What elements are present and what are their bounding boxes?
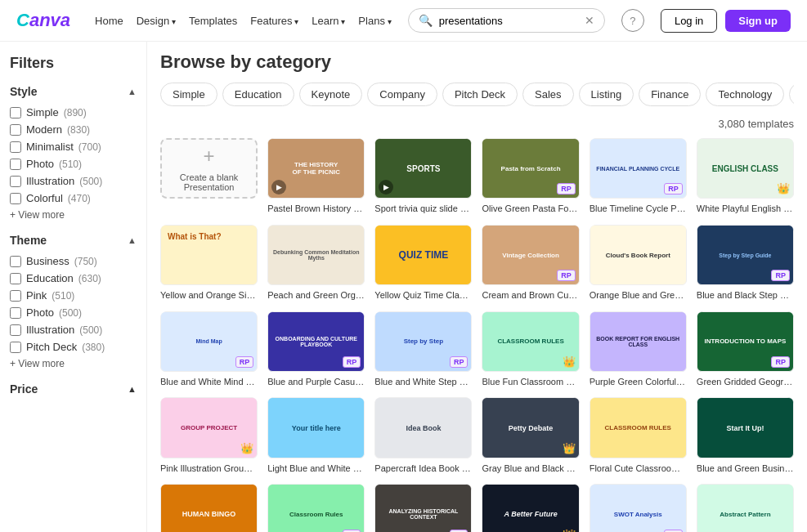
cat-tab-technology[interactable]: Technology [706, 83, 784, 106]
theme-view-more[interactable]: + View more [10, 358, 137, 369]
style-filter-item-simple[interactable]: Simple (890) [10, 106, 137, 118]
search-input[interactable] [439, 15, 578, 27]
nav-features[interactable]: Features [250, 15, 298, 27]
theme-checkbox-photo[interactable] [10, 307, 21, 319]
template-card-28[interactable]: SWOT Analysis RP Blue and White SWOT An… [590, 484, 687, 532]
nav-learn[interactable]: Learn [312, 15, 345, 27]
template-card-20[interactable]: Idea Book Papercraft Idea Book Bra… [374, 397, 472, 474]
template-label-15: Blue Fun Classroom Rule… [482, 376, 579, 387]
template-card-17[interactable]: INTRODUCTION TO MAPS RP Green Gridded Ge… [697, 311, 794, 388]
template-card-18[interactable]: GROUP PROJECT 👑 Pink Illustration Group … [160, 397, 258, 474]
style-checkbox-simple[interactable] [10, 107, 21, 118]
template-card-14[interactable]: Step by Step RP Blue and White Step by S… [374, 311, 472, 388]
signup-button[interactable]: Sign up [725, 10, 791, 32]
theme-filter-item-illustration[interactable]: Illustration (500) [10, 324, 137, 336]
crown-icon-27: 👑 [563, 529, 576, 532]
template-card-25[interactable]: Classroom Rules RP Green Blue and Pink H… [267, 484, 365, 532]
theme-filter-item-education[interactable]: Education (630) [10, 272, 137, 284]
search-icon: 🔍 [419, 14, 433, 27]
template-card-21[interactable]: Petty Debate 👑 Gray Blue and Black Digit… [482, 397, 579, 474]
template-label-17: Green Gridded Geograp… [697, 376, 794, 387]
template-thumb-25: Classroom Rules [268, 485, 364, 532]
style-checkbox-photo[interactable] [10, 159, 21, 170]
style-filter-item-minimalist[interactable]: Minimalist (700) [10, 141, 137, 153]
cat-tab-education[interactable]: Education [222, 83, 294, 106]
template-card-1[interactable]: THE HISTORYOF THE PICNIC ▶ Pastel Brown … [267, 138, 365, 215]
logo[interactable]: Canva [16, 10, 70, 31]
cat-tab-creative[interactable]: Creative [789, 83, 794, 106]
theme-checkbox-pitchdeck[interactable] [10, 342, 21, 353]
template-card-12[interactable]: Mind Map RP Blue and White Mind Ma… [160, 311, 258, 388]
style-checkbox-minimalist[interactable] [10, 141, 21, 153]
theme-checkbox-business[interactable] [10, 256, 21, 267]
cat-tab-finance[interactable]: Finance [639, 83, 701, 106]
theme-filter-item-pitchdeck[interactable]: Pitch Deck (380) [10, 341, 137, 353]
help-button[interactable]: ? [621, 9, 644, 32]
search-clear-icon[interactable]: ✕ [585, 14, 594, 27]
theme-filter-item-photo[interactable]: Photo (500) [10, 306, 137, 319]
template-label-5: White Playful English Cla… [697, 203, 794, 214]
nav-plans[interactable]: Plans [358, 15, 391, 27]
template-card-9[interactable]: Vintage Collection RP Cream and Brown Cu… [482, 225, 579, 302]
theme-checkbox-illustration[interactable] [10, 324, 21, 336]
header: Canva Home Design Templates Features Lea… [0, 0, 807, 42]
style-section-header[interactable]: Style ▲ [10, 85, 137, 98]
badge-rp-13: RP [343, 356, 361, 368]
theme-checkbox-education[interactable] [10, 273, 21, 284]
template-thumb-10: Cloud's Book Report [590, 226, 686, 284]
style-checkbox-illustration[interactable] [10, 176, 21, 187]
style-filter-item-colorful[interactable]: Colorful (470) [10, 192, 137, 204]
template-thumb-28: SWOT Analysis [590, 485, 686, 532]
template-card-24[interactable]: HUMAN BINGO Yellow and Green School … [160, 484, 258, 532]
template-card-7[interactable]: Debunking Common Meditation Myths Peach … [267, 225, 365, 302]
badge-rp-9: RP [557, 270, 576, 281]
cat-tab-company[interactable]: Company [367, 83, 437, 106]
template-thumb-20: Idea Book [375, 398, 471, 457]
template-card-26[interactable]: ANALYZING HISTORICAL CONTEXT RP Brown Cl… [374, 484, 472, 532]
template-card-8[interactable]: QUIZ TIME Yellow Quiz Time Class Ill… [374, 225, 472, 302]
style-view-more[interactable]: + View more [10, 209, 137, 221]
template-card-15[interactable]: CLASSROOM RULES 👑 Blue Fun Classroom Rul… [482, 311, 579, 388]
template-card-27[interactable]: A Better Future 👑 Black White Inspiring … [482, 484, 579, 532]
template-card-11[interactable]: Step by Step Guide RP Blue and Black Ste… [697, 225, 794, 302]
cat-tab-pitchdeck[interactable]: Pitch Deck [442, 83, 518, 106]
template-card-22[interactable]: CLASSROOM RULES Floral Cute Classroom R… [590, 397, 687, 474]
cat-tab-simple[interactable]: Simple [160, 83, 217, 106]
template-card-23[interactable]: Start It Up! Blue and Green Business … [697, 397, 794, 474]
create-blank-thumb[interactable]: + Create a blank Presentation [160, 138, 258, 199]
style-checkbox-colorful[interactable] [10, 193, 21, 204]
style-filter-item-modern[interactable]: Modern (830) [10, 123, 137, 136]
template-label-9: Cream and Brown Curvy … [482, 289, 579, 301]
template-card-6[interactable]: What is That? Yellow and Orange Simpl… [160, 225, 258, 302]
style-filter-item-photo[interactable]: Photo (510) [10, 158, 137, 170]
template-card-29[interactable]: Abstract Pattern Colorful Abstract Patte… [697, 484, 794, 532]
template-label-12: Blue and White Mind Ma… [160, 376, 258, 387]
template-card-4[interactable]: FINANCIAL PLANNING CYCLE RP Blue Timelin… [590, 138, 687, 215]
theme-checkbox-pink[interactable] [10, 290, 21, 302]
cat-tab-listing[interactable]: Listing [579, 83, 634, 106]
template-card-13[interactable]: ONBOARDING AND CULTURE PLAYBOOK RP Blue … [267, 311, 365, 388]
nav-design[interactable]: Design [137, 15, 176, 27]
nav-templates[interactable]: Templates [189, 15, 237, 27]
template-card-19[interactable]: Your title here Light Blue and White Bol… [267, 397, 365, 474]
theme-section-header[interactable]: Theme ▲ [10, 234, 137, 247]
theme-filter-item-business[interactable]: Business (750) [10, 255, 137, 267]
template-thumb-16: BOOK REPORT FOR ENGLISH CLASS [590, 312, 686, 371]
badge-rp-28: RP [664, 530, 683, 532]
login-button[interactable]: Log in [661, 9, 717, 33]
theme-filter-item-pink[interactable]: Pink (510) [10, 289, 137, 302]
template-card-5[interactable]: ENGLISH CLASS 👑 White Playful English Cl… [697, 138, 794, 215]
nav-home[interactable]: Home [95, 15, 123, 27]
cat-tab-sales[interactable]: Sales [522, 83, 574, 106]
badge-rp-17: RP [771, 356, 790, 368]
style-checkbox-modern[interactable] [10, 124, 21, 136]
cat-tab-keynote[interactable]: Keynote [299, 83, 363, 106]
template-card-10[interactable]: Cloud's Book Report Orange Blue and Gree… [590, 225, 687, 302]
template-card-16[interactable]: BOOK REPORT FOR ENGLISH CLASS Purple Gre… [590, 311, 687, 388]
template-card-3[interactable]: Pasta from Scratch RP Olive Green Pasta … [482, 138, 579, 215]
create-blank-card[interactable]: + Create a blank Presentation [160, 138, 258, 215]
style-filter-item-illustration[interactable]: Illustration (500) [10, 175, 137, 187]
template-card-2[interactable]: SPORTS ▶ Sport trivia quiz slide pr… [374, 138, 472, 215]
price-section-header[interactable]: Price ▲ [10, 382, 137, 396]
template-label-10: Orange Blue and Green H… [590, 289, 687, 301]
